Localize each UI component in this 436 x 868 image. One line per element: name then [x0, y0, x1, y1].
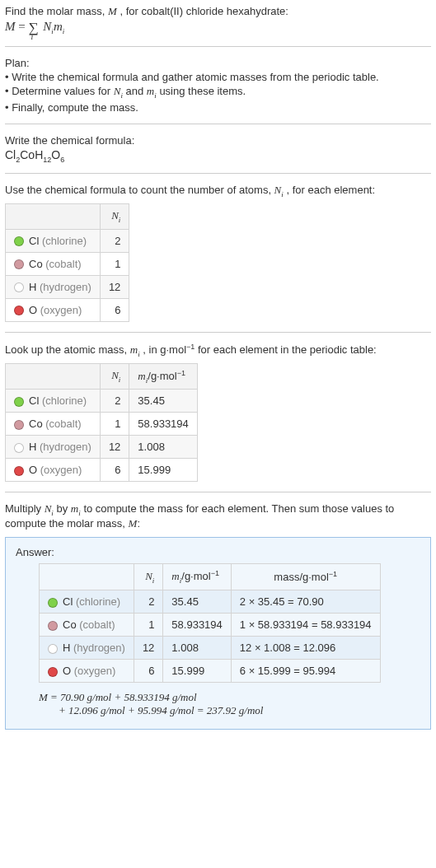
sum-eq: =: [18, 20, 28, 33]
table-row: Co (cobalt) 1 58.933194 1 × 58.933194 = …: [40, 613, 381, 636]
chem-formula-title: Write the chemical formula:: [5, 134, 431, 147]
element-dot-icon: [14, 420, 24, 430]
table-row: Co (cobalt) 1: [6, 252, 129, 275]
plan-step-3: • Finally, compute the mass.: [5, 101, 431, 114]
sigma-index: i: [30, 32, 33, 41]
sum-m-i: i: [63, 27, 65, 35]
table-row: Cl (chlorine) 2 35.45: [6, 390, 198, 413]
sum-formula: M = ∑ i Nimi: [5, 20, 431, 36]
plan2-Ni: Ni: [114, 85, 123, 97]
plan-step-2: • Determine values for Ni and mi using t…: [5, 85, 431, 100]
intro-line: Find the molar mass, M , for cobalt(II) …: [5, 5, 431, 18]
count-Ni: Ni: [274, 184, 284, 196]
mass-table: Ni mi/g·mol−1 Cl (chlorine) 2 35.45 Co (…: [5, 363, 198, 483]
element-dot-icon: [48, 667, 58, 677]
mass-text-a: Look up the atomic mass,: [5, 343, 130, 356]
table-row: O (oxygen) 6 15.999 6 × 15.999 = 95.994: [40, 659, 381, 682]
separator: [5, 46, 431, 47]
count-line: Use the chemical formula to count the nu…: [5, 184, 431, 198]
intro-var-M: M: [108, 5, 117, 17]
sigma-symbol: ∑: [28, 20, 38, 35]
intro-text-1: Find the molar mass,: [5, 5, 108, 17]
mass-line: Look up the atomic mass, mi , in g·mol−1…: [5, 343, 431, 358]
table-row: H (hydrogen) 12 1.008 12 × 1.008 = 12.09…: [40, 636, 381, 659]
table-row: O (oxygen) 6 15.999: [6, 459, 198, 482]
element-dot-icon: [14, 397, 24, 407]
separator: [5, 173, 431, 174]
count-table: Ni Cl (chlorine) 2 Co (cobalt) 1 H (hydr…: [5, 203, 129, 322]
answer-table: Ni mi/g·mol−1 mass/g·mol−1 Cl (chlorine)…: [39, 563, 381, 683]
count-text-b: , for each element:: [286, 184, 375, 196]
final-formula-line-2: + 12.096 g/mol + 95.994 g/mol = 237.92 g…: [16, 704, 420, 717]
table-row: Co (cobalt) 1 58.933194: [6, 413, 198, 436]
plan2-b: and: [126, 85, 147, 97]
final-formula-line-1: M = 70.90 g/mol + 58.933194 g/mol: [16, 691, 420, 704]
element-dot-icon: [14, 282, 24, 292]
mass-mi: mi: [130, 343, 140, 356]
sum-N: N: [43, 20, 51, 33]
intro-text-2: , for cobalt(II) chloride hexahydrate:: [120, 5, 288, 17]
element-dot-icon: [48, 598, 58, 608]
plan2-a: • Determine values for: [5, 85, 114, 97]
table-row: O (oxygen) 6: [6, 298, 129, 321]
mass-text-b: , in g·mol: [143, 343, 186, 356]
element-dot-icon: [14, 443, 24, 453]
answer-box: Answer: Ni mi/g·mol−1 mass/g·mol−1 Cl (c…: [5, 537, 431, 730]
plan-step-1: • Write the chemical formula and gather …: [5, 71, 431, 83]
element-dot-icon: [14, 306, 24, 315]
mass-sup: −1: [186, 343, 195, 351]
table-row: Cl (chlorine) 2: [6, 229, 129, 252]
separator: [5, 492, 431, 492]
sum-M: M: [5, 20, 16, 33]
element-dot-icon: [14, 466, 24, 476]
element-dot-icon: [48, 644, 58, 654]
plan2-mi: mi: [147, 85, 157, 97]
table-row: H (hydrogen) 12: [6, 275, 129, 298]
mass-text-c: for each element in the periodic table:: [198, 343, 377, 356]
element-dot-icon: [48, 621, 58, 631]
separator: [5, 332, 431, 333]
answer-title: Answer:: [16, 546, 420, 558]
plan-title: Plan:: [5, 57, 431, 69]
table-row: H (hydrogen) 12 1.008: [6, 436, 198, 459]
table-row: Cl (chlorine) 2 35.45 2 × 35.45 = 70.90: [40, 590, 381, 613]
element-dot-icon: [14, 259, 24, 269]
plan2-c: using these items.: [159, 85, 246, 97]
separator: [5, 124, 431, 124]
count-text-a: Use the chemical formula to count the nu…: [5, 184, 274, 196]
chem-formula: Cl2CoH12O6: [5, 148, 431, 164]
multiply-line: Multiply Ni by mi to compute the mass fo…: [5, 502, 431, 530]
element-dot-icon: [14, 236, 24, 246]
sum-m: m: [54, 20, 63, 33]
